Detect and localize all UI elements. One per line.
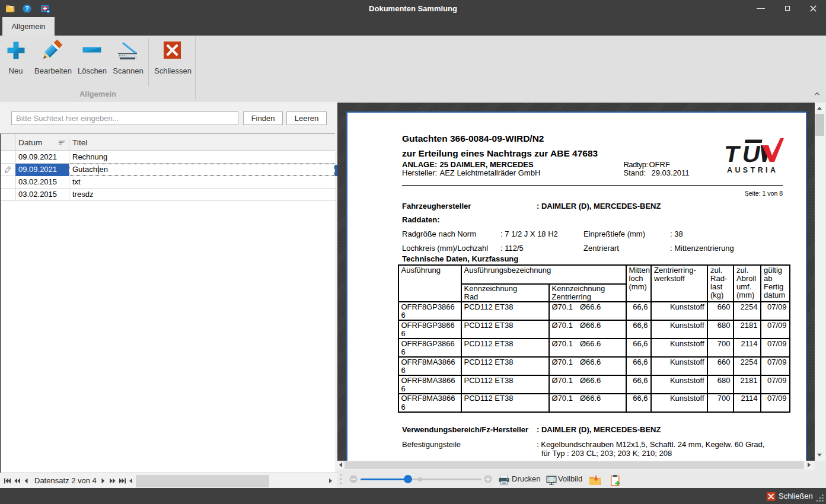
svg-text:?: ?	[25, 5, 28, 12]
svg-text:TU: TU	[722, 141, 766, 167]
svg-text:AUSTRIA: AUSTRIA	[727, 166, 778, 174]
